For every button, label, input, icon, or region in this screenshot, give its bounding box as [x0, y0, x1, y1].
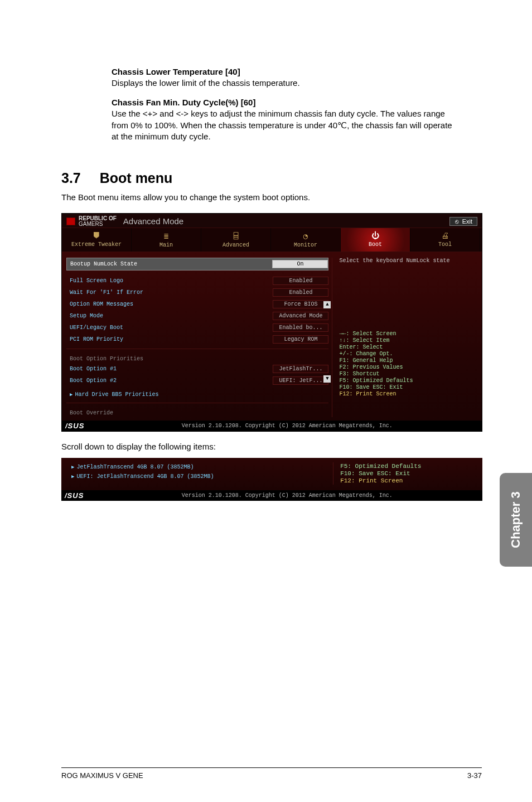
field-boot-option-1[interactable]: Boot Option #1 JetFlashTr... — [66, 363, 328, 375]
copyright-text: Version 2.10.1208. Copyright (C) 2012 Am… — [182, 423, 393, 429]
boot-override-title: Boot Override — [66, 407, 328, 417]
field-wait-f1[interactable]: Wait For 'F1' If Error Enabled — [66, 287, 328, 298]
tool-icon: 🖨 — [410, 231, 480, 240]
tab-advanced[interactable]: ⌸Advanced — [201, 228, 271, 252]
fan-min-heading: Chassis Fan Min. Duty Cycle(%) [60] — [112, 98, 460, 107]
section-number: 3.7 — [61, 170, 81, 186]
list-icon: ≣ — [132, 231, 201, 241]
field-setup-mode[interactable]: Setup Mode Advanced Mode — [66, 310, 328, 322]
chevron-right-icon: ▶ — [70, 392, 72, 398]
chevron-right-icon: ▶ — [71, 464, 74, 470]
exit-label: Exit — [462, 218, 472, 225]
scroll-down-icon[interactable]: ▼ — [323, 375, 331, 383]
mode-label: Advanced Mode — [123, 216, 183, 226]
field-boot-option-2[interactable]: Boot Option #2 UEFI: JetF... — [66, 375, 328, 386]
field-pci-rom[interactable]: PCI ROM Priority Legacy ROM — [66, 334, 328, 345]
shield-icon: ⛊ — [62, 231, 131, 240]
tab-main[interactable]: ≣Main — [132, 228, 201, 252]
chassis-lower-text: Displays the lower limit of the chassis … — [112, 78, 460, 89]
asus-logo: /SUS — [65, 422, 84, 430]
section-subtitle: The Boot menu items allow you to change … — [61, 192, 482, 203]
help-key-legend: →←: Select Screen ↑↓: Select Item Enter:… — [339, 331, 477, 397]
help-description: Select the keyboard NumLock state — [339, 258, 477, 264]
boot-override-item-2[interactable]: ▶ UEFI: JetFlashTranscend 4GB 8.07 (3852… — [68, 472, 327, 481]
field-uefi-legacy[interactable]: UEFI/Legacy Boot Enabled bo... — [66, 322, 328, 334]
chapter-side-tab: Chapter 3 — [500, 473, 532, 567]
footer-product-name: ROG MAXIMUS V GENE — [61, 771, 143, 780]
numlock-value: On — [272, 260, 328, 268]
scroll-up-icon[interactable]: ▲ — [323, 301, 331, 308]
exit-button[interactable]: Exit — [449, 217, 477, 226]
asus-logo: /SUS — [65, 491, 84, 500]
rog-badge-icon — [66, 218, 75, 225]
tab-monitor[interactable]: ◔Monitor — [271, 228, 341, 252]
chip-icon: ⌸ — [201, 231, 270, 241]
bios-screenshot-scrolled: ▶ JetFlashTranscend 4GB 8.07 (3852MB) ▶ … — [61, 458, 482, 501]
section-title: Boot menu — [100, 170, 173, 186]
tab-extreme-tweaker[interactable]: ⛊Extreme Tweaker — [62, 228, 132, 252]
tab-boot[interactable]: ⏻Boot — [341, 228, 410, 252]
brand-text: REPUBLIC OF GAMERS — [79, 216, 117, 226]
scroll-down-note: Scroll down to display the following ite… — [61, 442, 482, 451]
fan-min-text: Use the <+> and <-> keys to adjust the m… — [112, 108, 460, 142]
bios-screenshot: REPUBLIC OF GAMERS Advanced Mode Exit ⛊E… — [61, 213, 482, 432]
field-full-screen-logo[interactable]: Full Screen Logo Enabled — [66, 275, 328, 287]
gauge-icon: ◔ — [271, 231, 340, 241]
copyright-text: Version 2.10.1208. Copyright (C) 2012 Am… — [182, 492, 393, 499]
hard-drive-bbs-link[interactable]: ▶ Hard Drive BBS Priorities — [66, 390, 328, 399]
boot-override-item-1[interactable]: ▶ JetFlashTranscend 4GB 8.07 (3852MB) — [68, 462, 327, 472]
tab-tool[interactable]: 🖨Tool — [410, 228, 480, 252]
chevron-right-icon: ▶ — [71, 474, 74, 480]
footer-page-number: 3-37 — [467, 771, 482, 780]
field-option-rom[interactable]: Option ROM Messages Force BIOS — [66, 298, 328, 310]
power-icon: ⏻ — [341, 231, 410, 240]
chassis-lower-heading: Chassis Lower Temperature [40] — [112, 67, 460, 76]
boot-option-priorities-title: Boot Option Priorities — [66, 352, 328, 363]
help-key-legend-small: F5: Optimized Defaults F10: Save ESC: Ex… — [340, 463, 477, 484]
field-numlock[interactable]: Bootup NumLock State On — [66, 258, 328, 270]
